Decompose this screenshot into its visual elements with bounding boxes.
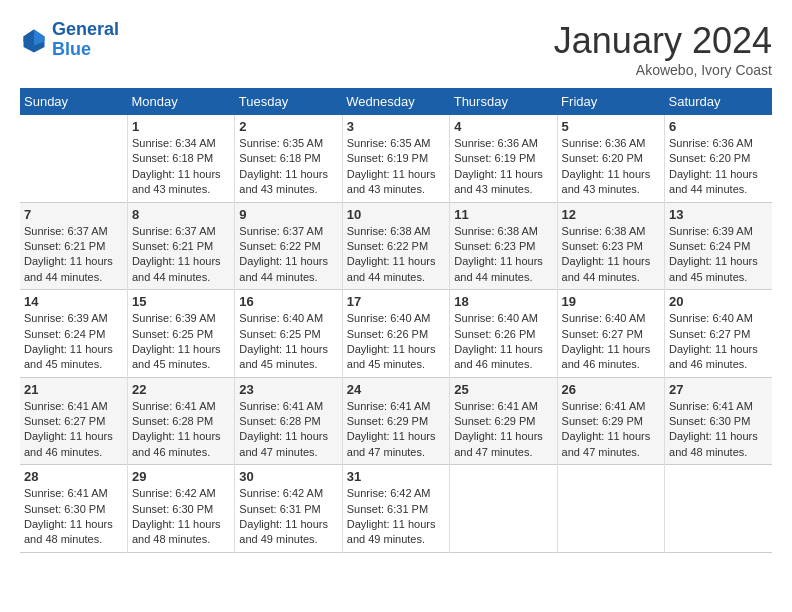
calendar-cell: 25Sunrise: 6:41 AMSunset: 6:29 PMDayligh… xyxy=(450,377,557,465)
day-number: 11 xyxy=(454,207,552,222)
day-number: 24 xyxy=(347,382,445,397)
cell-info: Sunrise: 6:42 AMSunset: 6:30 PMDaylight:… xyxy=(132,486,230,548)
day-number: 29 xyxy=(132,469,230,484)
day-number: 4 xyxy=(454,119,552,134)
calendar-cell: 19Sunrise: 6:40 AMSunset: 6:27 PMDayligh… xyxy=(557,290,664,378)
cell-info: Sunrise: 6:37 AMSunset: 6:21 PMDaylight:… xyxy=(132,224,230,286)
calendar-week-row: 14Sunrise: 6:39 AMSunset: 6:24 PMDayligh… xyxy=(20,290,772,378)
calendar-cell: 30Sunrise: 6:42 AMSunset: 6:31 PMDayligh… xyxy=(235,465,342,553)
cell-info: Sunrise: 6:41 AMSunset: 6:30 PMDaylight:… xyxy=(669,399,768,461)
logo: General Blue xyxy=(20,20,119,60)
cell-info: Sunrise: 6:38 AMSunset: 6:23 PMDaylight:… xyxy=(454,224,552,286)
calendar-cell: 20Sunrise: 6:40 AMSunset: 6:27 PMDayligh… xyxy=(665,290,772,378)
location-subtitle: Akowebo, Ivory Coast xyxy=(554,62,772,78)
cell-info: Sunrise: 6:39 AMSunset: 6:24 PMDaylight:… xyxy=(24,311,123,373)
day-number: 12 xyxy=(562,207,660,222)
day-number: 1 xyxy=(132,119,230,134)
calendar-cell: 27Sunrise: 6:41 AMSunset: 6:30 PMDayligh… xyxy=(665,377,772,465)
header-sunday: Sunday xyxy=(20,88,127,115)
cell-info: Sunrise: 6:36 AMSunset: 6:19 PMDaylight:… xyxy=(454,136,552,198)
calendar-cell: 31Sunrise: 6:42 AMSunset: 6:31 PMDayligh… xyxy=(342,465,449,553)
calendar-cell: 18Sunrise: 6:40 AMSunset: 6:26 PMDayligh… xyxy=(450,290,557,378)
cell-info: Sunrise: 6:41 AMSunset: 6:29 PMDaylight:… xyxy=(562,399,660,461)
cell-info: Sunrise: 6:40 AMSunset: 6:27 PMDaylight:… xyxy=(562,311,660,373)
calendar-cell xyxy=(450,465,557,553)
day-number: 17 xyxy=(347,294,445,309)
day-number: 8 xyxy=(132,207,230,222)
calendar-cell: 21Sunrise: 6:41 AMSunset: 6:27 PMDayligh… xyxy=(20,377,127,465)
calendar-cell: 5Sunrise: 6:36 AMSunset: 6:20 PMDaylight… xyxy=(557,115,664,202)
calendar-cell: 10Sunrise: 6:38 AMSunset: 6:22 PMDayligh… xyxy=(342,202,449,290)
calendar-cell xyxy=(20,115,127,202)
calendar-cell: 23Sunrise: 6:41 AMSunset: 6:28 PMDayligh… xyxy=(235,377,342,465)
cell-info: Sunrise: 6:41 AMSunset: 6:29 PMDaylight:… xyxy=(454,399,552,461)
cell-info: Sunrise: 6:40 AMSunset: 6:26 PMDaylight:… xyxy=(454,311,552,373)
calendar-cell: 14Sunrise: 6:39 AMSunset: 6:24 PMDayligh… xyxy=(20,290,127,378)
cell-info: Sunrise: 6:41 AMSunset: 6:28 PMDaylight:… xyxy=(132,399,230,461)
header-friday: Friday xyxy=(557,88,664,115)
header-thursday: Thursday xyxy=(450,88,557,115)
day-number: 3 xyxy=(347,119,445,134)
header-saturday: Saturday xyxy=(665,88,772,115)
day-number: 22 xyxy=(132,382,230,397)
cell-info: Sunrise: 6:39 AMSunset: 6:25 PMDaylight:… xyxy=(132,311,230,373)
calendar-cell: 1Sunrise: 6:34 AMSunset: 6:18 PMDaylight… xyxy=(127,115,234,202)
day-number: 5 xyxy=(562,119,660,134)
cell-info: Sunrise: 6:42 AMSunset: 6:31 PMDaylight:… xyxy=(347,486,445,548)
cell-info: Sunrise: 6:36 AMSunset: 6:20 PMDaylight:… xyxy=(562,136,660,198)
cell-info: Sunrise: 6:40 AMSunset: 6:26 PMDaylight:… xyxy=(347,311,445,373)
calendar-week-row: 21Sunrise: 6:41 AMSunset: 6:27 PMDayligh… xyxy=(20,377,772,465)
calendar-week-row: 1Sunrise: 6:34 AMSunset: 6:18 PMDaylight… xyxy=(20,115,772,202)
cell-info: Sunrise: 6:37 AMSunset: 6:21 PMDaylight:… xyxy=(24,224,123,286)
calendar-cell: 22Sunrise: 6:41 AMSunset: 6:28 PMDayligh… xyxy=(127,377,234,465)
day-number: 27 xyxy=(669,382,768,397)
cell-info: Sunrise: 6:41 AMSunset: 6:29 PMDaylight:… xyxy=(347,399,445,461)
header-tuesday: Tuesday xyxy=(235,88,342,115)
cell-info: Sunrise: 6:35 AMSunset: 6:19 PMDaylight:… xyxy=(347,136,445,198)
calendar-cell: 26Sunrise: 6:41 AMSunset: 6:29 PMDayligh… xyxy=(557,377,664,465)
day-number: 6 xyxy=(669,119,768,134)
calendar-cell xyxy=(557,465,664,553)
cell-info: Sunrise: 6:38 AMSunset: 6:22 PMDaylight:… xyxy=(347,224,445,286)
day-number: 14 xyxy=(24,294,123,309)
day-number: 15 xyxy=(132,294,230,309)
day-number: 20 xyxy=(669,294,768,309)
day-number: 30 xyxy=(239,469,337,484)
calendar-cell: 28Sunrise: 6:41 AMSunset: 6:30 PMDayligh… xyxy=(20,465,127,553)
calendar-week-row: 28Sunrise: 6:41 AMSunset: 6:30 PMDayligh… xyxy=(20,465,772,553)
day-number: 25 xyxy=(454,382,552,397)
cell-info: Sunrise: 6:39 AMSunset: 6:24 PMDaylight:… xyxy=(669,224,768,286)
cell-info: Sunrise: 6:41 AMSunset: 6:28 PMDaylight:… xyxy=(239,399,337,461)
cell-info: Sunrise: 6:38 AMSunset: 6:23 PMDaylight:… xyxy=(562,224,660,286)
calendar-cell: 4Sunrise: 6:36 AMSunset: 6:19 PMDaylight… xyxy=(450,115,557,202)
day-number: 10 xyxy=(347,207,445,222)
day-number: 23 xyxy=(239,382,337,397)
calendar-cell: 13Sunrise: 6:39 AMSunset: 6:24 PMDayligh… xyxy=(665,202,772,290)
cell-info: Sunrise: 6:40 AMSunset: 6:27 PMDaylight:… xyxy=(669,311,768,373)
calendar-cell: 9Sunrise: 6:37 AMSunset: 6:22 PMDaylight… xyxy=(235,202,342,290)
day-number: 28 xyxy=(24,469,123,484)
day-number: 2 xyxy=(239,119,337,134)
calendar-cell: 3Sunrise: 6:35 AMSunset: 6:19 PMDaylight… xyxy=(342,115,449,202)
day-number: 19 xyxy=(562,294,660,309)
calendar-cell: 8Sunrise: 6:37 AMSunset: 6:21 PMDaylight… xyxy=(127,202,234,290)
cell-info: Sunrise: 6:42 AMSunset: 6:31 PMDaylight:… xyxy=(239,486,337,548)
page-header: General Blue January 2024 Akowebo, Ivory… xyxy=(20,20,772,78)
calendar-cell: 11Sunrise: 6:38 AMSunset: 6:23 PMDayligh… xyxy=(450,202,557,290)
day-number: 26 xyxy=(562,382,660,397)
cell-info: Sunrise: 6:35 AMSunset: 6:18 PMDaylight:… xyxy=(239,136,337,198)
calendar-cell: 6Sunrise: 6:36 AMSunset: 6:20 PMDaylight… xyxy=(665,115,772,202)
calendar-cell: 24Sunrise: 6:41 AMSunset: 6:29 PMDayligh… xyxy=(342,377,449,465)
calendar-cell: 2Sunrise: 6:35 AMSunset: 6:18 PMDaylight… xyxy=(235,115,342,202)
cell-info: Sunrise: 6:37 AMSunset: 6:22 PMDaylight:… xyxy=(239,224,337,286)
calendar-week-row: 7Sunrise: 6:37 AMSunset: 6:21 PMDaylight… xyxy=(20,202,772,290)
month-title: January 2024 xyxy=(554,20,772,62)
day-number: 13 xyxy=(669,207,768,222)
calendar-cell: 15Sunrise: 6:39 AMSunset: 6:25 PMDayligh… xyxy=(127,290,234,378)
calendar-cell: 16Sunrise: 6:40 AMSunset: 6:25 PMDayligh… xyxy=(235,290,342,378)
calendar-cell: 17Sunrise: 6:40 AMSunset: 6:26 PMDayligh… xyxy=(342,290,449,378)
day-number: 21 xyxy=(24,382,123,397)
cell-info: Sunrise: 6:41 AMSunset: 6:30 PMDaylight:… xyxy=(24,486,123,548)
calendar-cell: 12Sunrise: 6:38 AMSunset: 6:23 PMDayligh… xyxy=(557,202,664,290)
cell-info: Sunrise: 6:34 AMSunset: 6:18 PMDaylight:… xyxy=(132,136,230,198)
